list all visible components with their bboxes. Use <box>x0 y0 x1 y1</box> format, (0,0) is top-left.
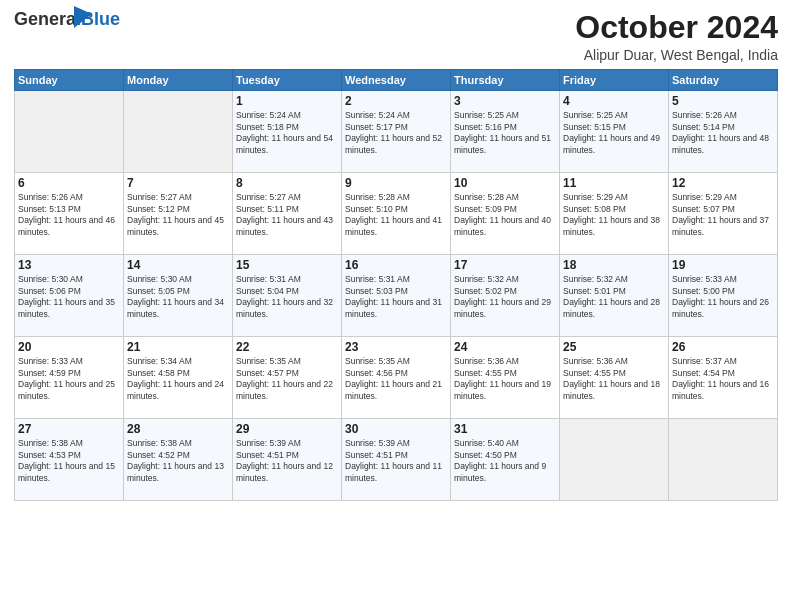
table-row: 9Sunrise: 5:28 AMSunset: 5:10 PMDaylight… <box>342 173 451 255</box>
calendar-table: Sunday Monday Tuesday Wednesday Thursday… <box>14 69 778 501</box>
table-row: 28Sunrise: 5:38 AMSunset: 4:52 PMDayligh… <box>124 419 233 501</box>
daylight-text: Daylight: 11 hours and 13 minutes. <box>127 461 229 484</box>
sunrise-text: Sunrise: 5:39 AM <box>345 438 447 449</box>
sunrise-text: Sunrise: 5:28 AM <box>454 192 556 203</box>
day-detail: Sunrise: 5:25 AMSunset: 5:16 PMDaylight:… <box>454 110 556 156</box>
day-detail: Sunrise: 5:31 AMSunset: 5:04 PMDaylight:… <box>236 274 338 320</box>
sunrise-text: Sunrise: 5:38 AM <box>18 438 120 449</box>
sunset-text: Sunset: 5:13 PM <box>18 204 120 215</box>
table-row: 19Sunrise: 5:33 AMSunset: 5:00 PMDayligh… <box>669 255 778 337</box>
table-row: 3Sunrise: 5:25 AMSunset: 5:16 PMDaylight… <box>451 91 560 173</box>
day-number: 9 <box>345 176 447 190</box>
sunset-text: Sunset: 5:09 PM <box>454 204 556 215</box>
sunrise-text: Sunrise: 5:37 AM <box>672 356 774 367</box>
sunset-text: Sunset: 5:06 PM <box>18 286 120 297</box>
day-number: 1 <box>236 94 338 108</box>
day-detail: Sunrise: 5:27 AMSunset: 5:12 PMDaylight:… <box>127 192 229 238</box>
day-number: 25 <box>563 340 665 354</box>
table-row: 6Sunrise: 5:26 AMSunset: 5:13 PMDaylight… <box>15 173 124 255</box>
day-number: 3 <box>454 94 556 108</box>
title-block: October 2024 Alipur Duar, West Bengal, I… <box>575 10 778 63</box>
calendar-week-row: 6Sunrise: 5:26 AMSunset: 5:13 PMDaylight… <box>15 173 778 255</box>
daylight-text: Daylight: 11 hours and 22 minutes. <box>236 379 338 402</box>
day-detail: Sunrise: 5:37 AMSunset: 4:54 PMDaylight:… <box>672 356 774 402</box>
day-number: 8 <box>236 176 338 190</box>
day-detail: Sunrise: 5:28 AMSunset: 5:10 PMDaylight:… <box>345 192 447 238</box>
day-detail: Sunrise: 5:33 AMSunset: 4:59 PMDaylight:… <box>18 356 120 402</box>
day-number: 30 <box>345 422 447 436</box>
sunrise-text: Sunrise: 5:34 AM <box>127 356 229 367</box>
day-detail: Sunrise: 5:40 AMSunset: 4:50 PMDaylight:… <box>454 438 556 484</box>
daylight-text: Daylight: 11 hours and 15 minutes. <box>18 461 120 484</box>
col-sunday: Sunday <box>15 70 124 91</box>
sunrise-text: Sunrise: 5:32 AM <box>563 274 665 285</box>
sunset-text: Sunset: 4:54 PM <box>672 368 774 379</box>
calendar-week-row: 20Sunrise: 5:33 AMSunset: 4:59 PMDayligh… <box>15 337 778 419</box>
table-row: 26Sunrise: 5:37 AMSunset: 4:54 PMDayligh… <box>669 337 778 419</box>
sunrise-text: Sunrise: 5:24 AM <box>345 110 447 121</box>
daylight-text: Daylight: 11 hours and 54 minutes. <box>236 133 338 156</box>
col-monday: Monday <box>124 70 233 91</box>
daylight-text: Daylight: 11 hours and 31 minutes. <box>345 297 447 320</box>
sunset-text: Sunset: 5:14 PM <box>672 122 774 133</box>
sunrise-text: Sunrise: 5:29 AM <box>672 192 774 203</box>
sunset-text: Sunset: 5:12 PM <box>127 204 229 215</box>
day-number: 22 <box>236 340 338 354</box>
table-row: 23Sunrise: 5:35 AMSunset: 4:56 PMDayligh… <box>342 337 451 419</box>
day-detail: Sunrise: 5:38 AMSunset: 4:52 PMDaylight:… <box>127 438 229 484</box>
day-number: 18 <box>563 258 665 272</box>
day-detail: Sunrise: 5:27 AMSunset: 5:11 PMDaylight:… <box>236 192 338 238</box>
col-tuesday: Tuesday <box>233 70 342 91</box>
day-detail: Sunrise: 5:26 AMSunset: 5:14 PMDaylight:… <box>672 110 774 156</box>
day-number: 4 <box>563 94 665 108</box>
svg-marker-0 <box>74 6 92 28</box>
sunset-text: Sunset: 5:11 PM <box>236 204 338 215</box>
sunrise-text: Sunrise: 5:30 AM <box>18 274 120 285</box>
day-number: 5 <box>672 94 774 108</box>
day-detail: Sunrise: 5:32 AMSunset: 5:01 PMDaylight:… <box>563 274 665 320</box>
sunrise-text: Sunrise: 5:27 AM <box>236 192 338 203</box>
daylight-text: Daylight: 11 hours and 18 minutes. <box>563 379 665 402</box>
sunrise-text: Sunrise: 5:31 AM <box>345 274 447 285</box>
day-detail: Sunrise: 5:24 AMSunset: 5:18 PMDaylight:… <box>236 110 338 156</box>
day-number: 7 <box>127 176 229 190</box>
sunset-text: Sunset: 4:51 PM <box>236 450 338 461</box>
sunset-text: Sunset: 4:55 PM <box>454 368 556 379</box>
col-saturday: Saturday <box>669 70 778 91</box>
day-detail: Sunrise: 5:30 AMSunset: 5:05 PMDaylight:… <box>127 274 229 320</box>
sunset-text: Sunset: 4:58 PM <box>127 368 229 379</box>
day-number: 28 <box>127 422 229 436</box>
table-row: 21Sunrise: 5:34 AMSunset: 4:58 PMDayligh… <box>124 337 233 419</box>
page-header: GeneralBlue October 2024 Alipur Duar, We… <box>14 10 778 63</box>
table-row: 2Sunrise: 5:24 AMSunset: 5:17 PMDaylight… <box>342 91 451 173</box>
logo: GeneralBlue <box>14 10 120 48</box>
sunrise-text: Sunrise: 5:36 AM <box>563 356 665 367</box>
daylight-text: Daylight: 11 hours and 51 minutes. <box>454 133 556 156</box>
table-row <box>669 419 778 501</box>
daylight-text: Daylight: 11 hours and 29 minutes. <box>454 297 556 320</box>
sunset-text: Sunset: 5:00 PM <box>672 286 774 297</box>
day-number: 14 <box>127 258 229 272</box>
sunrise-text: Sunrise: 5:31 AM <box>236 274 338 285</box>
sunset-text: Sunset: 5:07 PM <box>672 204 774 215</box>
day-number: 6 <box>18 176 120 190</box>
day-detail: Sunrise: 5:36 AMSunset: 4:55 PMDaylight:… <box>454 356 556 402</box>
table-row: 17Sunrise: 5:32 AMSunset: 5:02 PMDayligh… <box>451 255 560 337</box>
table-row: 11Sunrise: 5:29 AMSunset: 5:08 PMDayligh… <box>560 173 669 255</box>
table-row: 7Sunrise: 5:27 AMSunset: 5:12 PMDaylight… <box>124 173 233 255</box>
location: Alipur Duar, West Bengal, India <box>575 47 778 63</box>
day-number: 20 <box>18 340 120 354</box>
table-row: 24Sunrise: 5:36 AMSunset: 4:55 PMDayligh… <box>451 337 560 419</box>
table-row: 8Sunrise: 5:27 AMSunset: 5:11 PMDaylight… <box>233 173 342 255</box>
daylight-text: Daylight: 11 hours and 25 minutes. <box>18 379 120 402</box>
sunset-text: Sunset: 5:08 PM <box>563 204 665 215</box>
table-row: 4Sunrise: 5:25 AMSunset: 5:15 PMDaylight… <box>560 91 669 173</box>
table-row: 14Sunrise: 5:30 AMSunset: 5:05 PMDayligh… <box>124 255 233 337</box>
day-number: 27 <box>18 422 120 436</box>
day-detail: Sunrise: 5:33 AMSunset: 5:00 PMDaylight:… <box>672 274 774 320</box>
table-row <box>560 419 669 501</box>
daylight-text: Daylight: 11 hours and 35 minutes. <box>18 297 120 320</box>
day-number: 2 <box>345 94 447 108</box>
sunrise-text: Sunrise: 5:24 AM <box>236 110 338 121</box>
day-detail: Sunrise: 5:36 AMSunset: 4:55 PMDaylight:… <box>563 356 665 402</box>
